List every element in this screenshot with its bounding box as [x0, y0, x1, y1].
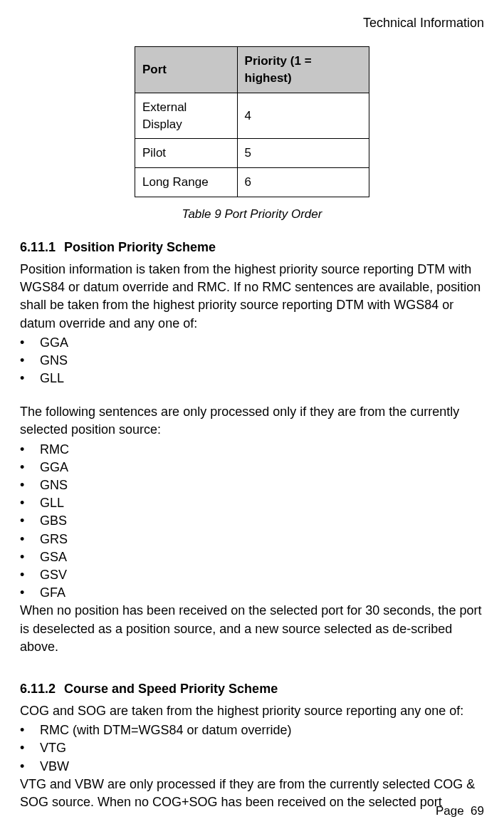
bullet-icon: • — [20, 584, 40, 602]
section-title: Position Priority Scheme — [64, 240, 216, 254]
section-heading-course-speed: 6.11.2Course and Speed Priority Scheme — [20, 680, 484, 698]
bullet-icon: • — [20, 566, 40, 584]
bullet-icon: • — [20, 512, 40, 530]
section-number: 6.11.1 — [20, 240, 56, 254]
list-item: •RMC (with DTM=WGS84 or datum override) — [20, 721, 484, 739]
table-header-port: Port — [135, 47, 238, 93]
list-item: •GGA — [20, 459, 484, 476]
bullet-icon: • — [20, 494, 40, 512]
table-row: Long Range 6 — [135, 168, 369, 197]
bullet-icon: • — [20, 739, 40, 757]
body-paragraph: When no position has been received on th… — [20, 602, 484, 656]
table-cell-priority: 4 — [237, 93, 369, 139]
list-item: •GNS — [20, 476, 484, 494]
table-row: Pilot 5 — [135, 139, 369, 168]
list-item: •GLL — [20, 494, 484, 512]
table-cell-priority: 5 — [237, 139, 369, 168]
list-item: •GRS — [20, 531, 484, 548]
bullet-icon: • — [20, 548, 40, 566]
list-item: •GLL — [20, 370, 484, 387]
table-cell-priority: 6 — [237, 168, 369, 197]
table-header-priority: Priority (1 = highest) — [237, 47, 369, 93]
table-caption: Table 9 Port Priority Order — [20, 206, 484, 223]
bullet-icon: • — [20, 370, 40, 387]
bullet-icon: • — [20, 758, 40, 776]
bullet-icon: • — [20, 531, 40, 548]
bullet-icon: • — [20, 476, 40, 494]
port-priority-table: Port Priority (1 = highest) External Dis… — [135, 46, 369, 197]
table-row: External Display 4 — [135, 93, 369, 139]
body-paragraph: The following sentences are only process… — [20, 403, 484, 439]
list-item: •VBW — [20, 758, 484, 776]
bullet-icon: • — [20, 721, 40, 739]
body-paragraph: Position information is taken from the h… — [20, 261, 484, 333]
page-footer: Page 69 — [436, 803, 484, 820]
table-header-row: Port Priority (1 = highest) — [135, 47, 369, 93]
bullet-list: •RMC •GGA •GNS •GLL •GBS •GRS •GSA •GSV … — [20, 441, 484, 603]
bullet-icon: • — [20, 441, 40, 459]
list-item: •GFA — [20, 584, 484, 602]
body-paragraph: VTG and VBW are only processed if they a… — [20, 776, 484, 811]
bullet-icon: • — [20, 459, 40, 476]
page-number: 69 — [471, 804, 484, 818]
header-title: Technical Information — [20, 14, 484, 32]
section-title: Course and Speed Priority Scheme — [64, 682, 278, 696]
page-label: Page — [436, 804, 464, 818]
list-item: •VTG — [20, 739, 484, 757]
bullet-icon: • — [20, 334, 40, 352]
bullet-icon: • — [20, 352, 40, 370]
list-item: •GGA — [20, 334, 484, 352]
table-cell-port: Pilot — [135, 139, 238, 168]
bullet-list: •RMC (with DTM=WGS84 or datum override) … — [20, 721, 484, 776]
bullet-list: •GGA •GNS •GLL — [20, 334, 484, 388]
section-heading-position-priority: 6.11.1Position Priority Scheme — [20, 239, 484, 256]
list-item: •GSA — [20, 548, 484, 566]
body-paragraph: COG and SOG are taken from the highest p… — [20, 702, 484, 720]
list-item: •RMC — [20, 441, 484, 459]
table-cell-port: Long Range — [135, 168, 238, 197]
list-item: •GSV — [20, 566, 484, 584]
section-number: 6.11.2 — [20, 682, 56, 696]
list-item: •GBS — [20, 512, 484, 530]
table-cell-port: External Display — [135, 93, 238, 139]
list-item: •GNS — [20, 352, 484, 370]
